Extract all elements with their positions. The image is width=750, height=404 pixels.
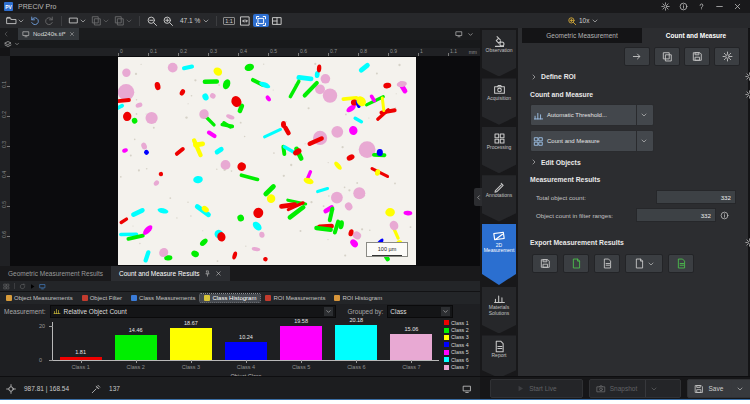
filter-tab-4[interactable]: ROI Measurements: [261, 294, 329, 302]
view-options-chevron-icon[interactable]: [467, 31, 474, 38]
edit-objects-section[interactable]: Edit Objects: [530, 158, 750, 166]
count-measure-settings-icon[interactable]: [745, 90, 750, 99]
toolbar-separator: [216, 16, 217, 26]
sidebar-item-annotations[interactable]: Annotations: [482, 175, 516, 221]
start-live-button[interactable]: Start Live: [490, 379, 583, 398]
refresh-icon[interactable]: [19, 283, 26, 290]
open-file-button[interactable]: [4, 14, 27, 27]
automatic-threshold-button[interactable]: Automatic Threshold...: [530, 104, 654, 126]
tab-scroll-left-icon[interactable]: [2, 30, 10, 38]
objective-selector[interactable]: 10x: [565, 14, 601, 27]
analyzed-image[interactable]: 100 µm: [118, 57, 416, 265]
toolbar-separator: [61, 16, 62, 26]
undo-button[interactable]: [27, 14, 42, 27]
settings-icon[interactable]: [661, 2, 670, 11]
filter-range-count-field[interactable]: [636, 208, 716, 222]
panel-close-icon[interactable]: [215, 270, 222, 277]
view-monitor-icon[interactable]: [455, 30, 463, 38]
x-category-label: Class 1: [71, 364, 89, 370]
filter-tab-0[interactable]: Object Measurements: [2, 294, 77, 302]
image-canvas[interactable]: 100 µm: [10, 56, 480, 266]
live-update-icon[interactable]: [29, 283, 36, 290]
zoom-in-button[interactable]: [160, 14, 176, 27]
define-roi-title: Define ROI: [541, 73, 576, 80]
help-icon[interactable]: [697, 2, 706, 11]
ruler-tick-label: 0.5: [270, 48, 277, 54]
select-tool-button[interactable]: [66, 14, 89, 27]
sidebar-item-observation[interactable]: Observation: [482, 30, 516, 76]
tab-count-and-measure[interactable]: Count and Measure: [646, 28, 746, 43]
copy-button[interactable]: [89, 14, 112, 27]
fit-screen-button[interactable]: [253, 14, 269, 27]
app-logo: PV: [4, 2, 13, 11]
bar-value-label: 14.46: [129, 327, 143, 333]
tab-count-measure-results[interactable]: Count and Measure Results: [111, 266, 230, 281]
run-analysis-button[interactable]: [624, 47, 650, 66]
tab-close-icon[interactable]: [69, 31, 75, 37]
export-settings-icon[interactable]: [745, 238, 750, 247]
save-settings-button[interactable]: [684, 47, 710, 66]
filter-tab-5[interactable]: ROI Histogram: [330, 294, 386, 302]
filter-tab-icon: [6, 295, 12, 301]
histogram-icon: [53, 307, 61, 315]
tab-geometric-measurement[interactable]: Geometric Measurement: [522, 28, 642, 43]
layout-panes-button[interactable]: [269, 14, 285, 27]
measurement-label: Measurement:: [4, 308, 46, 315]
tab-geometric-results[interactable]: Geometric Measurement Results: [0, 266, 111, 281]
export-powerpoint-button[interactable]: [668, 254, 694, 273]
filter-info-icon[interactable]: [720, 211, 729, 220]
export-report-button[interactable]: [625, 254, 663, 273]
filter-tab-2[interactable]: Class Measurements: [127, 294, 199, 302]
snapshot-button[interactable]: Snapshot: [589, 379, 682, 398]
define-roi-section[interactable]: Define ROI: [530, 72, 750, 81]
close-icon[interactable]: [733, 2, 742, 11]
cursor-coordinates: 987.81 | 168.54: [24, 385, 69, 392]
sidebar-item-report[interactable]: Report: [482, 335, 516, 378]
document-tab[interactable]: Nod240s.tif*: [18, 28, 79, 40]
chart-y-axis-label: Relative Object Count [%]: [0, 77, 6, 400]
ruler-tick-label: 1.1: [450, 48, 457, 54]
save-button[interactable]: Save: [687, 379, 750, 398]
fit-width-button[interactable]: [237, 14, 253, 27]
minimize-icon[interactable]: [715, 2, 724, 11]
bar-class-2: [115, 335, 157, 360]
count-and-measure-button[interactable]: Count and Measure: [530, 130, 654, 152]
measurement-dropdown[interactable]: Relative Object Count: [50, 305, 336, 318]
info-icon[interactable]: [679, 2, 688, 11]
sidebar-item-2d-measurement[interactable]: 2D Measurement: [482, 224, 516, 285]
x-category-label: Class 7: [402, 364, 420, 370]
app-window: PV PRECiV Pro 47.1 % 1:1 10x: [0, 0, 750, 400]
grouped-by-label: Grouped by:: [348, 308, 384, 315]
layers-chevron-icon[interactable]: [14, 41, 20, 47]
layers-icon[interactable]: [4, 40, 12, 48]
redo-button[interactable]: [42, 14, 57, 27]
ruler-tick-label: 0.2: [180, 48, 187, 54]
sidebar-item-processing[interactable]: Processing: [482, 127, 516, 173]
bar-value-label: 1.81: [75, 349, 86, 355]
filter-tab-3[interactable]: Class Histogram: [200, 294, 260, 302]
zoom-1to1-button[interactable]: 1:1: [221, 14, 237, 27]
export-excel-button[interactable]: [563, 254, 589, 273]
export-csv-button[interactable]: [594, 254, 620, 273]
pin-icon[interactable]: [204, 270, 211, 277]
panel-collapse-handle[interactable]: [474, 188, 482, 206]
copy-settings-button[interactable]: [654, 47, 680, 66]
total-object-count-field[interactable]: [656, 190, 736, 204]
zoom-out-button[interactable]: [144, 14, 160, 27]
display-icon[interactable]: [462, 384, 472, 394]
paste-button[interactable]: [112, 14, 135, 27]
grouped-by-dropdown[interactable]: Class: [387, 305, 453, 318]
ruler-unit: mm: [469, 49, 477, 55]
filter-tab-1[interactable]: Object Filter: [78, 294, 126, 302]
options-button[interactable]: [714, 47, 740, 66]
send-to-monitor-icon[interactable]: [39, 283, 46, 290]
sidebar-item-acquisition[interactable]: Acquisition: [482, 78, 516, 124]
x-category-label: Class 3: [182, 364, 200, 370]
count-and-measure-panel: Geometric Measurement Count and Measure …: [518, 28, 748, 376]
count-icon: [533, 136, 544, 147]
ruler-tick-label: 0.1: [150, 48, 157, 54]
sidebar-item-materials-solutions[interactable]: Materials Solutions: [482, 287, 516, 333]
define-roi-settings-icon[interactable]: [745, 72, 750, 81]
export-workbook-button[interactable]: [532, 254, 558, 273]
zoom-level-dropdown[interactable]: 47.1 %: [176, 14, 212, 27]
